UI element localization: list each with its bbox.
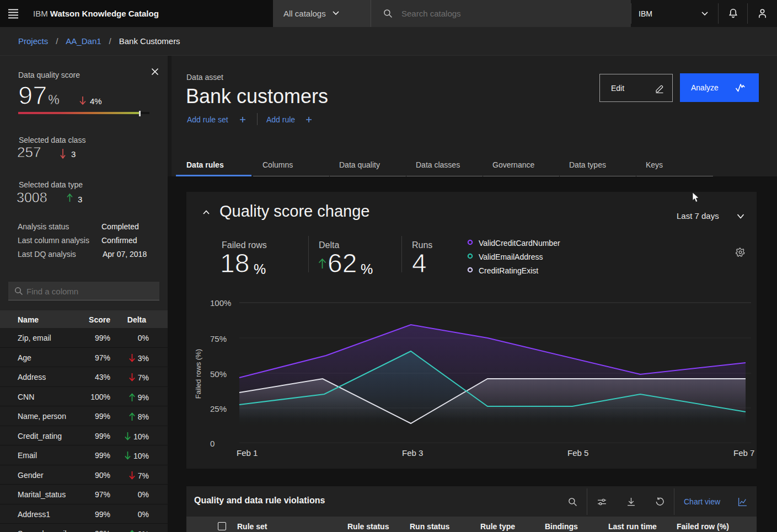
svg-text:25%: 25% <box>210 404 227 413</box>
svg-text:Feb 5: Feb 5 <box>567 448 588 458</box>
svg-text:75%: 75% <box>210 334 227 343</box>
svg-text:50%: 50% <box>210 369 227 379</box>
svg-text:Feb 1: Feb 1 <box>237 448 258 458</box>
svg-text:100%: 100% <box>210 298 231 308</box>
svg-text:Feb 3: Feb 3 <box>402 448 423 458</box>
svg-text:Feb 7: Feb 7 <box>733 448 754 458</box>
svg-text:Failed rows (%): Failed rows (%) <box>194 349 202 399</box>
svg-text:0: 0 <box>210 439 215 448</box>
